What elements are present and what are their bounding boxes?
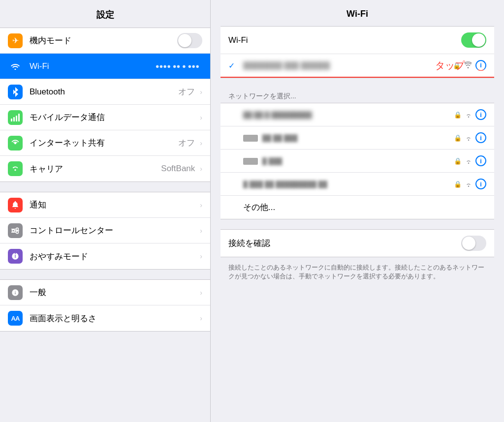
bluetooth-row[interactable]: Bluetooth オフ › [0, 79, 210, 105]
lock-icon-4: 🔒 [454, 181, 462, 188]
network-info-btn-1[interactable]: i [475, 109, 486, 120]
wifi-main-row[interactable]: Wi-Fi [220, 27, 494, 54]
notification-icon [8, 198, 23, 212]
airplane-icon: ✈ [8, 33, 23, 48]
wifi-toggle[interactable] [461, 32, 486, 48]
network-info-btn-4[interactable]: i [475, 179, 486, 189]
network-name-1: ██ ██ █ █████████ [243, 111, 454, 119]
wifi-toggle-section: Wi-Fi ✓ ████████ ███ ██████ 🔒 i タップ [220, 26, 494, 78]
lock-icon-3: 🔒 [454, 157, 462, 165]
other-label: その他... [243, 202, 486, 213]
control-center-icon [8, 223, 23, 238]
general-icon [8, 285, 23, 300]
wifi-signal-icon [464, 61, 472, 70]
settings-title: 設定 [0, 0, 210, 28]
connected-network-name: ████████ ███ ██████ [243, 61, 453, 69]
cellular-label: モバイルデータ通信 [30, 112, 198, 123]
network-info-btn-2[interactable]: i [475, 132, 486, 143]
svg-point-6 [12, 229, 15, 232]
wifi-signal-1 [465, 111, 472, 119]
wifi-main-label: Wi-Fi [228, 35, 461, 45]
dnd-icon [8, 249, 23, 264]
airplane-mode-row[interactable]: ✈ 機内モード [0, 28, 210, 54]
svg-rect-2 [16, 116, 17, 121]
hotspot-row[interactable]: インターネット共有 オフ › [0, 130, 210, 156]
connected-network-info-btn[interactable]: i [475, 60, 486, 71]
dnd-chevron: › [200, 252, 202, 260]
display-icon: AA [8, 311, 23, 326]
network-row-3[interactable]: ✓ █ ███ 🔒 i [220, 150, 494, 173]
checkmark-icon: ✓ [228, 61, 238, 70]
airplane-toggle[interactable] [177, 33, 202, 48]
other-network-row[interactable]: ✓ その他... [220, 196, 494, 219]
svg-point-5 [14, 169, 16, 171]
bluetooth-value: オフ [178, 86, 195, 97]
notification-row[interactable]: 通知 › [0, 192, 210, 218]
wifi-connected-value: ●●●● ●● ● ●●● [156, 62, 199, 70]
carrier-row[interactable]: キャリア SoftBank › [0, 156, 210, 181]
control-center-label: コントロールセンター [30, 225, 198, 236]
control-center-chevron: › [200, 227, 202, 235]
cellular-chevron: › [200, 114, 202, 121]
hotspot-value: オフ [178, 137, 195, 149]
carrier-label: キャリア [30, 163, 161, 175]
connectivity-group: ✈ 機内モード Wi-Fi ●●●● ●● ● ●●● Bluetooth [0, 28, 210, 182]
bluetooth-chevron: › [200, 88, 202, 96]
hotspot-label: インターネット共有 [30, 137, 178, 149]
confirm-label: 接続を確認 [228, 238, 461, 249]
carrier-chevron: › [200, 165, 202, 173]
svg-rect-1 [13, 117, 15, 121]
wifi-icon [8, 59, 23, 74]
airplane-label: 機内モード [30, 35, 177, 46]
hotspot-chevron: › [200, 139, 202, 147]
network-name-3: █ ███ [243, 156, 454, 166]
network-info-btn-3[interactable]: i [475, 155, 486, 166]
network-row-1[interactable]: ✓ ██ ██ █ █████████ 🔒 i [220, 103, 494, 126]
notification-chevron: › [200, 201, 202, 209]
tap-hint-label: タップ [435, 59, 465, 72]
cellular-icon [8, 110, 23, 125]
control-center-row[interactable]: コントロールセンター › [0, 218, 210, 243]
notifications-group: 通知 › コントロールセンター › [0, 192, 210, 270]
network-icons-3: 🔒 i [454, 155, 486, 166]
settings-panel: 設定 ✈ 機内モード Wi-Fi ●●●● ●● ● ●●● [0, 0, 211, 422]
wifi-label: Wi-Fi [30, 61, 156, 71]
dnd-label: おやすみモード [30, 251, 198, 262]
display-chevron: › [200, 314, 202, 322]
display-label: 画面表示と明るさ [30, 313, 198, 324]
network-name-4: █ ███ ██ █████████ ██ [243, 181, 454, 188]
network-row-2[interactable]: ✓ ██ ██ ███ 🔒 i [220, 126, 494, 150]
wifi-panel: Wi-Fi Wi-Fi ✓ ████████ ███ ██████ 🔒 i タッ… [211, 0, 504, 422]
hotspot-icon [8, 136, 23, 151]
network-icons-1: 🔒 i [454, 109, 486, 120]
network-icons-2: 🔒 i [454, 132, 486, 143]
svg-rect-3 [18, 114, 20, 121]
lock-icon-2: 🔒 [454, 134, 462, 142]
wifi-signal-3 [465, 157, 472, 165]
wifi-row[interactable]: Wi-Fi ●●●● ●● ● ●●● [0, 54, 210, 79]
network-name-2: ██ ██ ███ [243, 133, 454, 143]
confirm-toggle[interactable] [461, 236, 486, 251]
cellular-row[interactable]: モバイルデータ通信 › [0, 105, 210, 130]
confirm-description: 接続したことのあるネットワークに自動的に接続します。接続したことのあるネットワー… [220, 263, 494, 287]
carrier-icon [8, 161, 23, 176]
wifi-title: Wi-Fi [211, 0, 504, 26]
notification-label: 通知 [30, 199, 198, 211]
networks-group: ✓ ██ ██ █ █████████ 🔒 i ✓ ██ ██ ███ 🔒 [220, 103, 494, 219]
network-icons-4: 🔒 i [454, 179, 486, 189]
carrier-value: SoftBank [161, 164, 195, 174]
dnd-row[interactable]: おやすみモード › [0, 243, 210, 269]
wifi-signal-2 [465, 134, 472, 142]
svg-rect-0 [11, 119, 12, 121]
lock-icon-1: 🔒 [454, 111, 462, 119]
bluetooth-label: Bluetooth [30, 87, 178, 97]
confirm-row[interactable]: 接続を確認 [220, 230, 494, 257]
network-row-4[interactable]: ✓ █ ███ ██ █████████ ██ 🔒 i [220, 173, 494, 196]
confirm-section: 接続を確認 [220, 229, 494, 257]
svg-point-8 [16, 231, 19, 233]
connected-network-row[interactable]: ✓ ████████ ███ ██████ 🔒 i タップ [220, 54, 494, 78]
display-row[interactable]: AA 画面表示と明るさ › [0, 305, 210, 331]
general-label: 一般 [30, 287, 198, 298]
general-chevron: › [200, 289, 202, 297]
general-row[interactable]: 一般 › [0, 280, 210, 305]
